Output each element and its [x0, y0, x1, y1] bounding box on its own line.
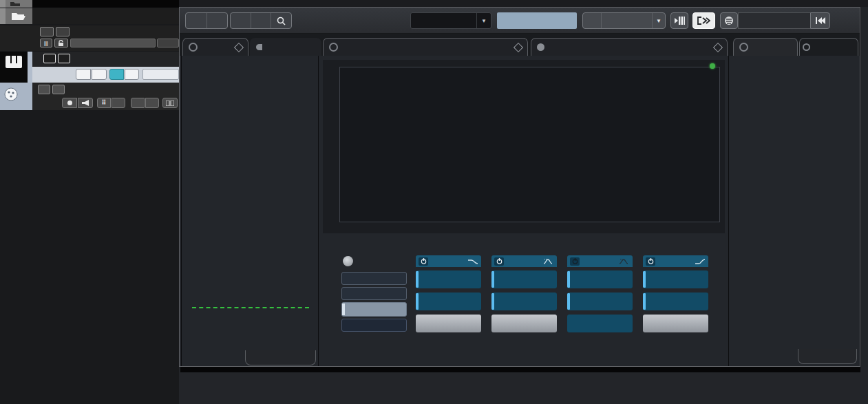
read-button[interactable]: [76, 69, 91, 80]
peak-icon[interactable]: [619, 258, 630, 265]
power-icon[interactable]: [419, 257, 428, 266]
track-folder-vst[interactable]: [0, 0, 179, 8]
automation-track[interactable]: |||: [0, 25, 179, 51]
search-channel-button[interactable]: [271, 13, 291, 28]
bypass-ring-icon[interactable]: [739, 43, 748, 52]
lock-icon[interactable]: [54, 39, 68, 47]
read-button[interactable]: [131, 98, 145, 108]
solo-button[interactable]: [52, 85, 65, 94]
band-q-fader[interactable]: [643, 315, 708, 332]
automation-value[interactable]: [157, 39, 179, 47]
peak-icon[interactable]: [543, 258, 554, 265]
bypass-button[interactable]: |||: [40, 39, 52, 47]
back-button[interactable]: [186, 13, 207, 28]
bypass-dot-icon[interactable]: [537, 43, 544, 51]
fader-handle[interactable]: [491, 271, 494, 288]
band-freq-fader[interactable]: [643, 293, 708, 310]
channel-selector[interactable]: ▼: [410, 12, 491, 29]
lc-filter[interactable]: [341, 287, 407, 300]
low-shelf-icon[interactable]: [467, 258, 478, 265]
next-channel-button[interactable]: [251, 13, 272, 28]
band-gain-fader[interactable]: [643, 270, 708, 288]
write-button[interactable]: [145, 98, 159, 108]
band-q-fader[interactable]: [567, 315, 633, 332]
high-shelf-icon[interactable]: [695, 258, 706, 265]
fader-handle[interactable]: [567, 271, 570, 288]
preset-diamond-icon[interactable]: [514, 42, 523, 52]
eq-band-header[interactable]: [416, 255, 481, 267]
link-button[interactable]: [125, 69, 139, 80]
fader-handle[interactable]: [416, 271, 419, 288]
bottom-tab-destination[interactable]: [737, 352, 796, 365]
drum-map-button[interactable]: ⠿: [97, 98, 111, 108]
fader-handle[interactable]: [491, 293, 494, 310]
tab-strip[interactable]: [250, 38, 321, 56]
gain-slider-handle[interactable]: [342, 304, 345, 315]
pre-gain-slider[interactable]: [341, 302, 407, 317]
band-freq-fader[interactable]: [567, 293, 633, 310]
tab-channel-cell[interactable]: [323, 38, 528, 56]
tab-sends[interactable]: [733, 38, 798, 56]
nav-button-group: [185, 12, 228, 29]
record-enable-button[interactable]: [62, 98, 77, 108]
project-grid-strip[interactable]: [179, 367, 868, 404]
edit-channel-button[interactable]: [109, 69, 124, 80]
lanes-button[interactable]: [162, 98, 178, 108]
fader-handle[interactable]: [643, 271, 646, 288]
fader-handle[interactable]: [416, 293, 419, 310]
solo-button[interactable]: [58, 54, 70, 63]
mute-button[interactable]: [38, 85, 50, 94]
midi-channel-field[interactable]: [112, 98, 125, 108]
show-instrument-button[interactable]: [670, 12, 688, 29]
band-q-fader[interactable]: [491, 315, 557, 332]
preset-diamond-icon[interactable]: [713, 42, 723, 52]
output-chain-button[interactable]: [692, 12, 715, 29]
bypass-ring-icon[interactable]: [329, 43, 338, 52]
mute-button[interactable]: [43, 54, 56, 63]
pre-button[interactable]: [343, 256, 353, 266]
bottom-tab-panorama[interactable]: [798, 349, 857, 364]
hc-filter[interactable]: [341, 272, 407, 285]
eq-active-indicator[interactable]: [710, 63, 715, 69]
fader-handle[interactable]: [567, 293, 570, 310]
bypass-ring-icon[interactable]: [803, 43, 810, 51]
volume-field[interactable]: [142, 69, 179, 80]
write-button[interactable]: [92, 69, 107, 80]
band-gain-fader[interactable]: [416, 270, 481, 288]
bottom-tab-inserts[interactable]: [189, 353, 244, 367]
read-button[interactable]: [40, 27, 54, 36]
eq-band-header[interactable]: [491, 255, 557, 267]
tab-inserts[interactable]: [182, 38, 248, 56]
channel-name-field[interactable]: [497, 12, 577, 29]
monitor-button[interactable]: [78, 98, 93, 108]
band-freq-fader[interactable]: [491, 293, 557, 310]
phase-button[interactable]: [341, 319, 407, 332]
preset-manage-button[interactable]: [720, 12, 738, 29]
prev-channel-button[interactable]: [231, 13, 251, 28]
preset-diamond-icon[interactable]: [234, 42, 244, 52]
output-bus-value: [602, 13, 653, 28]
band-gain-fader[interactable]: [567, 270, 633, 288]
track-folder-spector[interactable]: [0, 8, 179, 24]
track-spector[interactable]: [0, 52, 179, 83]
bypass-ring-icon[interactable]: [189, 43, 198, 52]
band-gain-fader[interactable]: [491, 270, 557, 288]
tab-mon-send[interactable]: [799, 38, 858, 56]
band-freq-fader[interactable]: [416, 293, 481, 310]
output-routing[interactable]: ▼: [582, 12, 666, 29]
forward-button[interactable]: [207, 13, 228, 28]
eq-band-header[interactable]: [643, 255, 708, 267]
reset-preset-button[interactable]: [810, 12, 830, 29]
write-button[interactable]: [56, 27, 70, 36]
tab-equalizer[interactable]: [531, 38, 728, 56]
track-spector-01[interactable]: ⠿: [0, 83, 179, 110]
fader-handle[interactable]: [643, 293, 646, 310]
automation-parameter[interactable]: [70, 39, 156, 47]
power-icon[interactable]: [494, 257, 504, 266]
track-preset-field[interactable]: [738, 12, 810, 29]
power-icon[interactable]: [570, 257, 580, 266]
eq-band-header[interactable]: [567, 255, 633, 267]
bottom-tab-routing[interactable]: [245, 350, 316, 365]
power-icon[interactable]: [646, 257, 655, 266]
band-q-fader[interactable]: [416, 315, 481, 332]
